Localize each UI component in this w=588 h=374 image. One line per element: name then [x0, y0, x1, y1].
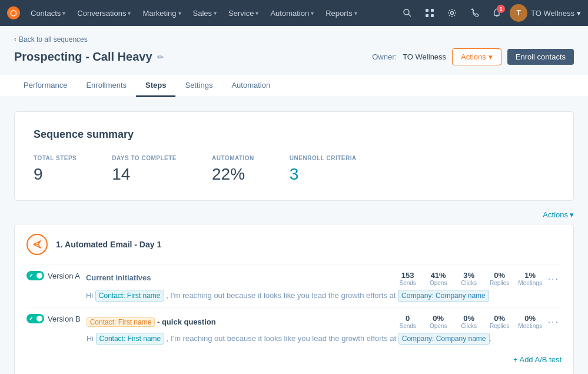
version-a-name: Current initiatives [86, 273, 151, 282]
nav-sales[interactable]: Sales ▾ [187, 0, 223, 26]
actions-link[interactable]: Actions ▾ [543, 210, 574, 219]
version-a-label: Version A [48, 272, 80, 280]
phone-icon[interactable] [465, 4, 484, 22]
notification-badge: 1 [497, 5, 505, 13]
metric-unenroll-criteria: Unenroll Criteria 3 [290, 155, 357, 184]
nav-reports[interactable]: Reports ▾ [320, 0, 363, 26]
tabs-bar: Performance Enrollments Steps Settings A… [0, 75, 588, 97]
chevron-down-icon: ▾ [489, 52, 493, 61]
metric-total-steps: Total Steps 9 [34, 155, 77, 184]
tab-steps[interactable]: Steps [136, 75, 175, 97]
chevron-down-icon: ▾ [128, 10, 131, 16]
breadcrumb[interactable]: ‹ Back to all sequences [14, 35, 574, 44]
stat-meetings-a: 1% Meetings [515, 271, 546, 286]
contact-first-name-token-b[interactable]: Contact: First name [96, 333, 165, 345]
tab-settings[interactable]: Settings [175, 75, 222, 97]
stat-replies-a: 0% Replies [484, 271, 515, 286]
chevron-down-icon: ▾ [62, 10, 65, 16]
stat-clicks-b: 0% Clicks [454, 314, 484, 329]
svg-rect-7 [431, 14, 434, 17]
chevron-down-icon: ▾ [577, 9, 581, 18]
nav-marketing[interactable]: Marketing ▾ [137, 0, 187, 26]
email-step-icon [26, 234, 48, 255]
chevron-down-icon: ▾ [255, 10, 258, 16]
page-title-area: Prospecting - Call Heavy ✏ [14, 50, 164, 64]
svg-point-2 [404, 9, 409, 15]
svg-text:⬡: ⬡ [10, 9, 16, 18]
sequence-summary-card: Sequence summary Total Steps 9 Days to C… [14, 111, 574, 201]
hubspot-logo[interactable]: ⬡ [7, 6, 20, 19]
edit-icon[interactable]: ✏ [157, 52, 164, 62]
version-b-label: Version B [48, 315, 81, 323]
svg-line-3 [408, 14, 411, 16]
version-a-preview: Hi Contact: First name , I'm reaching ou… [86, 290, 562, 302]
nav-right: 1 T TO Wellness ▾ [398, 4, 581, 22]
metric-automation: Automation 22% [212, 155, 254, 184]
check-icon: ✓ [29, 316, 34, 322]
contact-first-name-token-subject[interactable]: Contact: First name [87, 317, 155, 327]
version-b-toggle[interactable]: ✓ [26, 314, 44, 323]
nav-conversations[interactable]: Conversations ▾ [71, 0, 137, 26]
version-a-more-button[interactable]: ··· [546, 274, 562, 284]
toggle-knob [36, 273, 42, 279]
stat-sends-b: 0 Sends [393, 314, 423, 329]
nav-automation[interactable]: Automation ▾ [264, 0, 320, 26]
stat-opens-a: 41% Opens [423, 271, 454, 286]
version-a-content: Current initiatives 153 Sends 41% [86, 271, 562, 302]
tab-enrollments[interactable]: Enrollments [77, 75, 136, 97]
svg-rect-6 [426, 14, 428, 17]
metric-value-blue: 3 [290, 165, 357, 184]
add-ab-row: + Add A/B test [26, 350, 562, 366]
marketplace-icon[interactable] [420, 4, 439, 22]
nav-contacts[interactable]: Contacts ▾ [25, 0, 71, 26]
version-b-content: Contact: First name - quick question 0 S… [87, 314, 562, 345]
version-a-toggle[interactable]: ✓ [26, 271, 44, 280]
notifications-icon[interactable]: 1 [487, 4, 506, 22]
stat-replies-b: 0% Replies [484, 314, 515, 329]
actions-button[interactable]: Actions ▾ [452, 48, 501, 65]
page-title: Prospecting - Call Heavy [14, 50, 152, 64]
tab-automation[interactable]: Automation [222, 75, 280, 97]
chevron-down-icon: ▾ [178, 10, 181, 16]
version-b-more-button[interactable]: ··· [546, 317, 562, 327]
svg-point-8 [451, 12, 454, 15]
stat-clicks-a: 3% Clicks [454, 271, 484, 286]
page-wrapper: ‹ Back to all sequences Prospecting - Ca… [0, 26, 588, 374]
top-navigation: ⬡ Contacts ▾ Conversations ▾ Marketing ▾… [0, 0, 588, 26]
metric-days-to-complete: Days to Complete 14 [112, 155, 177, 184]
version-b-stats: 0 Sends 0% Opens 0% Clic [393, 314, 546, 329]
svg-rect-5 [431, 9, 434, 12]
metric-value: 9 [34, 165, 77, 184]
version-a-header-row: Current initiatives 153 Sends 41% [86, 271, 562, 287]
chevron-down-icon: ▾ [311, 10, 314, 16]
metric-label: Automation [212, 155, 254, 161]
nav-items: Contacts ▾ Conversations ▾ Marketing ▾ S… [25, 0, 398, 26]
actions-row: Actions ▾ [14, 210, 574, 219]
step-label: 1. Automated Email - Day 1 [56, 240, 161, 249]
user-avatar[interactable]: T [510, 4, 527, 22]
settings-icon[interactable] [443, 4, 461, 22]
page-header-right: Owner: TO Wellness Actions ▾ Enroll cont… [372, 48, 574, 65]
svg-rect-9 [496, 15, 498, 16]
stat-meetings-b: 0% Meetings [515, 314, 546, 329]
tab-performance[interactable]: Performance [14, 75, 77, 97]
metric-label: Total Steps [34, 155, 77, 161]
version-a-toggle-area: ✓ Version A [26, 271, 80, 280]
summary-title: Sequence summary [34, 128, 554, 141]
enroll-contacts-button[interactable]: Enroll contacts [507, 49, 574, 65]
add-ab-test-button[interactable]: + Add A/B test [513, 355, 562, 364]
version-a-stats: 153 Sends 41% Opens 3% C [393, 271, 546, 286]
version-b-header-row: Contact: First name - quick question 0 S… [87, 314, 562, 330]
contact-first-name-token-a[interactable]: Contact: First name [95, 290, 164, 302]
back-arrow-icon: ‹ [14, 35, 16, 44]
svg-rect-4 [426, 9, 428, 12]
company-name-token-b[interactable]: Company: Company name [398, 333, 490, 345]
chevron-down-icon: ▾ [214, 10, 217, 16]
nav-service[interactable]: Service ▾ [222, 0, 264, 26]
step-body: ✓ Version A Current initiatives 153 [15, 264, 573, 374]
user-name-button[interactable]: TO Wellness ▾ [531, 9, 581, 18]
version-b-preview: Hi Contact: First name , I'm reaching ou… [87, 333, 562, 345]
search-icon[interactable] [398, 4, 417, 22]
company-name-token-a[interactable]: Company: Company name [398, 290, 489, 302]
stat-opens-b: 0% Opens [423, 314, 454, 329]
